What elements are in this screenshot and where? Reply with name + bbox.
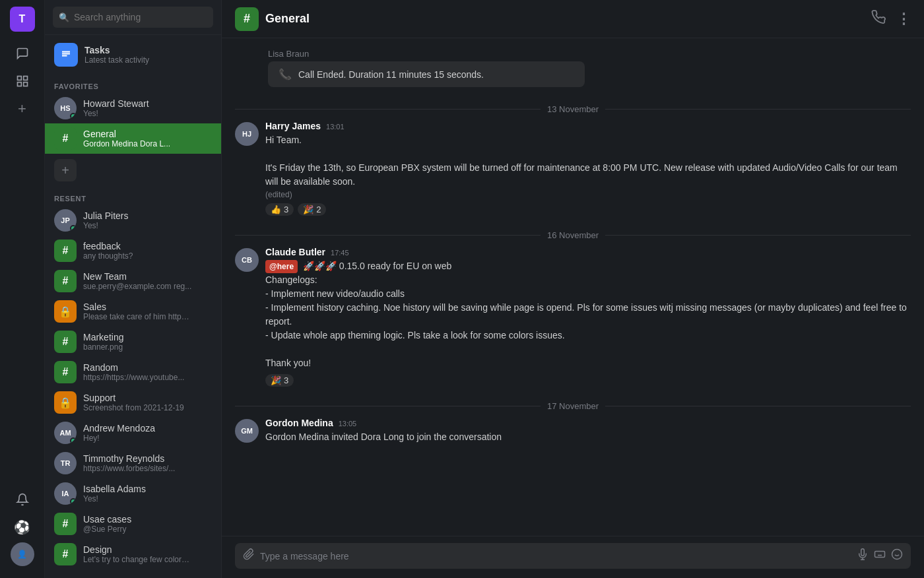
message-input[interactable]: [260, 551, 851, 562]
svg-rect-2: [17, 82, 21, 86]
soccer-nav-button[interactable]: ⚽: [10, 515, 35, 540]
chat-nav-button[interactable]: [10, 41, 35, 66]
message-claude-butler: CB Claude Butler 17:45 @here 🚀🚀🚀 0.15.0 …: [235, 247, 911, 387]
claude-butler-content: Claude Butler 17:45 @here 🚀🚀🚀 0.15.0 rea…: [265, 247, 911, 387]
harry-james-reactions: 👍 3 🎉 2: [265, 203, 911, 216]
call-ended-message: Lisa Braun 📞 Call Ended. Duration 11 min…: [235, 49, 911, 87]
claude-butler-avatar: CB: [235, 248, 259, 272]
phone-button[interactable]: [871, 10, 886, 28]
chat-input-bar: [222, 536, 924, 578]
emoji-icon[interactable]: [891, 548, 903, 563]
call-ended-bubble: 📞 Call Ended. Duration 11 minutes 15 sec…: [268, 61, 585, 87]
main-chat: # General ⋮ Lisa Braun 📞 Call Ended. Dur…: [222, 0, 924, 578]
message-harry-james: HJ Harry James 13:01 Hi Team. It's Frida…: [235, 121, 911, 216]
sidebar-item-isabella-adams[interactable]: IA Isabella Adams Yes!: [45, 478, 221, 509]
bottom-user-avatar[interactable]: 👤: [11, 542, 34, 566]
more-options-button[interactable]: ⋮: [896, 11, 911, 28]
favorites-header: FAVORITES: [45, 75, 221, 93]
sidebar-item-feedback[interactable]: # feedback any thoughts?: [45, 236, 221, 266]
tasks-text: Tasks Latest task activity: [84, 45, 149, 65]
new-team-icon: #: [54, 270, 77, 292]
svg-rect-1: [23, 77, 27, 80]
divider-line: [605, 109, 911, 110]
sidebar-item-timmothy-reynolds[interactable]: TR Timmothy Reynolds https://www.forbes/…: [45, 448, 221, 478]
gordon-medina-avatar: GM: [235, 419, 259, 443]
random-icon: #: [54, 361, 77, 383]
thumbsup-reaction[interactable]: 👍 3: [265, 203, 294, 216]
sidebar-item-andrew-mendoza[interactable]: AM Andrew Mendoza Hey!: [45, 418, 221, 448]
add-favorites-button[interactable]: +: [45, 154, 221, 187]
harry-james-avatar: HJ: [235, 122, 259, 146]
general-channel-icon: #: [54, 127, 77, 150]
sidebar-item-julia-piters[interactable]: JP Julia Piters Yes!: [45, 205, 221, 236]
sidebar-item-random[interactable]: # Random https://https://www.youtube...: [45, 357, 221, 387]
svg-rect-6: [875, 552, 885, 558]
tasks-subtitle: Latest task activity: [84, 55, 149, 65]
bell-nav-button[interactable]: [10, 487, 35, 512]
channel-title: General: [265, 12, 310, 26]
attachment-icon[interactable]: [243, 548, 255, 563]
divider-line: [235, 109, 541, 110]
user-avatar-icon[interactable]: T: [10, 7, 35, 32]
chat-input-wrap: [235, 543, 911, 569]
sidebar-item-general[interactable]: # General Gordon Medina Dora L...: [45, 123, 221, 154]
chat-header-left: # General: [235, 7, 310, 31]
message-gordon-medina: GM Gordon Medina 13:05 Gordon Medina inv…: [235, 418, 911, 444]
support-icon: 🔒: [54, 391, 77, 414]
svg-point-7: [892, 550, 902, 560]
date-label-17-november: 17 November: [547, 401, 599, 411]
sidebar-item-usae-cases[interactable]: # Usae cases @Sue Perry: [45, 509, 221, 539]
chat-messages: Lisa Braun 📞 Call Ended. Duration 11 min…: [222, 38, 924, 536]
microphone-icon[interactable]: [857, 548, 869, 563]
sidebar-item-support[interactable]: 🔒 Support Screenshot from 2021-12-19: [45, 387, 221, 418]
design-icon: #: [54, 543, 77, 565]
resent-header: RESENT: [45, 187, 221, 205]
search-icon: 🔍: [59, 13, 69, 22]
julia-piters-avatar: JP: [54, 209, 77, 232]
gordon-medina-text: Gordon Medina invited Dora Long to join …: [265, 430, 911, 444]
gordon-medina-sender: Gordon Medina: [265, 418, 333, 428]
harry-james-content: Harry James 13:01 Hi Team. It's Friday t…: [265, 121, 911, 216]
isabella-adams-avatar: IA: [54, 482, 77, 505]
tasks-item[interactable]: Tasks Latest task activity: [45, 35, 221, 75]
claude-butler-reactions: 🎉 3: [265, 374, 911, 387]
divider-line: [605, 406, 911, 406]
divider-line: [235, 406, 541, 406]
claude-butler-time: 17:45: [331, 249, 349, 257]
svg-rect-3: [23, 82, 27, 86]
chat-header: # General ⋮: [222, 0, 924, 38]
party2-reaction[interactable]: 🎉 3: [265, 374, 294, 387]
gordon-medina-content: Gordon Medina 13:05 Gordon Medina invite…: [265, 418, 911, 444]
grid-nav-button[interactable]: [10, 69, 35, 94]
harry-james-sender: Harry James: [265, 121, 321, 131]
date-label-16-november: 16 November: [547, 230, 599, 240]
search-input[interactable]: [53, 7, 213, 28]
keyboard-icon[interactable]: [874, 548, 886, 563]
sidebar-item-howard-stewart[interactable]: HS Howard Stewart Yes!: [45, 93, 221, 123]
date-divider-17-november: 17 November: [235, 401, 911, 411]
divider-line: [605, 235, 911, 236]
party-reaction[interactable]: 🎉 2: [298, 203, 326, 216]
tasks-title: Tasks: [84, 45, 149, 55]
sidebar-item-marketing[interactable]: # Marketing banner.png: [45, 327, 221, 357]
divider-line: [235, 235, 541, 236]
gordon-medina-time: 13:05: [339, 420, 357, 428]
date-label-13-november: 13 November: [547, 104, 599, 114]
timmothy-reynolds-avatar: TR: [54, 452, 77, 474]
harry-james-time: 13:01: [326, 123, 345, 131]
andrew-mendoza-avatar: AM: [54, 422, 77, 444]
sidebar-item-sales[interactable]: 🔒 Sales Please take care of him https:/.…: [45, 296, 221, 327]
sidebar: 🔍 Tasks Latest task activity FAVORITES H…: [45, 0, 222, 578]
marketing-icon: #: [54, 331, 77, 353]
sidebar-search-section: 🔍: [45, 0, 221, 35]
sidebar-item-design[interactable]: # Design Let's try to change few colors …: [45, 539, 221, 569]
harry-james-text: Hi Team. It's Friday the 13th, so Europe…: [265, 133, 911, 189]
sidebar-item-new-team[interactable]: # New Team sue.perry@example.com reg...: [45, 266, 221, 296]
howard-stewart-text: Howard Stewart Yes!: [83, 98, 149, 118]
general-text: General Gordon Medina Dora L...: [83, 129, 170, 148]
phone-ended-icon: 📞: [279, 68, 292, 80]
add-nav-button[interactable]: +: [10, 96, 35, 121]
date-divider-16-november: 16 November: [235, 230, 911, 240]
call-ended-sender: Lisa Braun: [235, 49, 911, 59]
claude-butler-text: @here 🚀🚀🚀 0.15.0 ready for EU on web Cha…: [265, 259, 911, 370]
